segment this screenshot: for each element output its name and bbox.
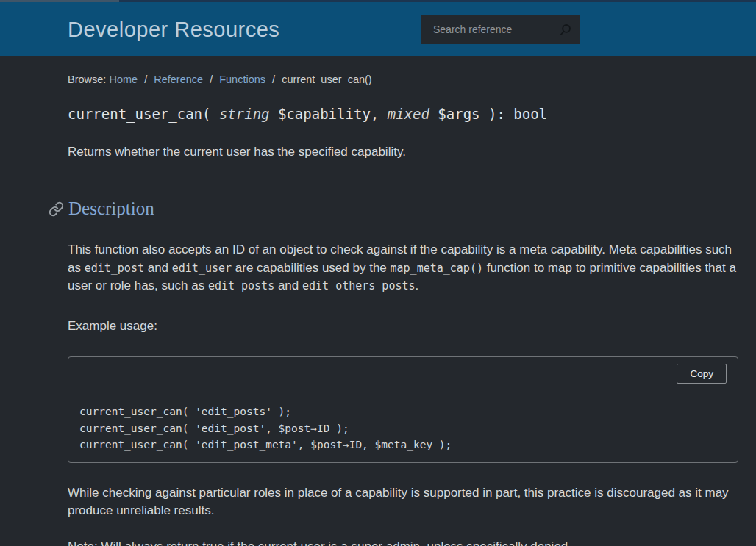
breadcrumb-separator: / [210, 73, 213, 85]
signature-param2-name: $args [429, 106, 488, 122]
search-form [421, 15, 580, 44]
breadcrumb-label: Browse: [68, 73, 106, 85]
super-admin-note-text: Note: Will always return true if the cur… [68, 538, 738, 546]
signature-function-name: current_user_can( [68, 106, 219, 122]
signature-param1-type: string [219, 106, 270, 122]
site-header: Developer Resources [0, 2, 756, 56]
search-input[interactable] [421, 24, 549, 35]
description-section-heading: Description [49, 198, 738, 219]
signature-param2-type: mixed [388, 106, 429, 122]
function-signature: current_user_can( string $capability, mi… [68, 106, 738, 122]
search-button[interactable] [549, 15, 580, 44]
code-content: current_user_can( 'edit_posts' ); curren… [79, 403, 727, 453]
signature-param1-name: $capability, [270, 106, 388, 122]
breadcrumb: Browse: Home / Reference / Functions / c… [68, 73, 738, 85]
copy-button[interactable]: Copy [677, 364, 727, 384]
breadcrumb-link-reference[interactable]: Reference [154, 73, 203, 85]
code-example-block: Copy current_user_can( 'edit_posts' ); c… [68, 356, 738, 463]
description-heading: Description [68, 198, 154, 219]
example-usage-label: Example usage: [68, 317, 738, 336]
description-paragraph: This function also accepts an ID of an o… [68, 241, 738, 295]
site-title[interactable]: Developer Resources [68, 17, 279, 41]
copy-button-row: Copy [79, 364, 727, 384]
signature-return-type: ): bool [488, 106, 547, 122]
function-summary: Returns whether the current user has the… [68, 145, 738, 159]
breadcrumb-separator: / [272, 73, 275, 85]
breadcrumb-separator: / [144, 73, 147, 85]
link-icon [49, 201, 64, 217]
breadcrumb-current-page: current_user_can() [282, 73, 372, 85]
breadcrumb-link-home[interactable]: Home [109, 73, 138, 85]
roles-note-text: While checking against particular roles … [68, 484, 738, 520]
main-content: Browse: Home / Reference / Functions / c… [0, 73, 756, 546]
anchor-link[interactable] [49, 201, 64, 217]
search-icon [558, 23, 572, 37]
breadcrumb-link-functions[interactable]: Functions [219, 73, 265, 85]
